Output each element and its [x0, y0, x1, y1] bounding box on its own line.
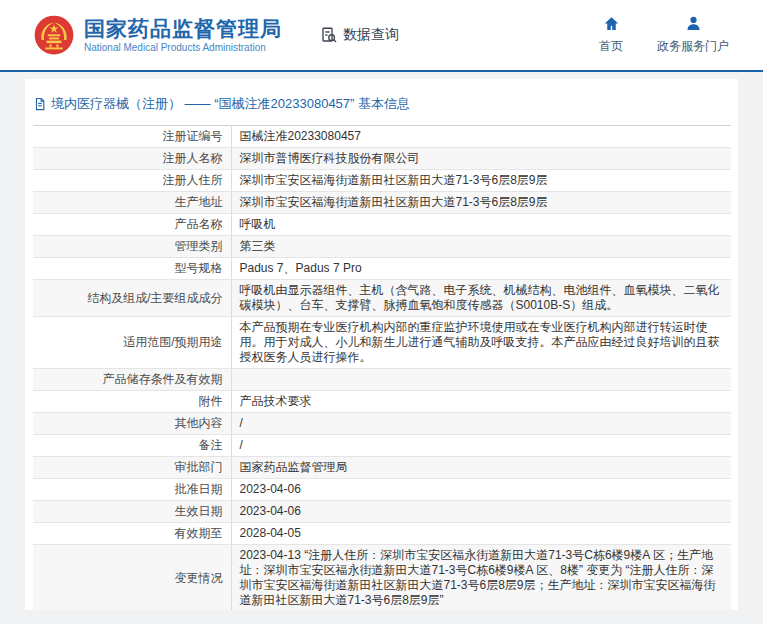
row-label: 生产地址	[33, 192, 231, 214]
table-row: 型号规格Padus 7、Padus 7 Pro	[33, 258, 731, 280]
row-value: /	[231, 413, 731, 435]
row-value: /	[231, 435, 731, 457]
table-row: 有效期至2028-04-05	[33, 523, 731, 545]
info-table: 注册证编号国械注准20233080457注册人名称深圳市普博医疗科技股份有限公司…	[33, 125, 731, 610]
row-label: 型号规格	[33, 258, 231, 280]
row-value: 2023-04-13 “注册人住所：深圳市宝安区福永街道新田大道71-3号C栋6…	[231, 545, 731, 611]
row-label: 适用范围/预期用途	[33, 317, 231, 369]
table-row: 管理类别第三类	[33, 236, 731, 258]
agency-name: 国家药品监督管理局	[84, 17, 282, 40]
row-label: 管理类别	[33, 236, 231, 258]
row-label: 批准日期	[33, 479, 231, 501]
brand: 国家药品监督管理局 National Medical Products Admi…	[34, 15, 282, 55]
table-row: 结构及组成/主要组成成分呼吸机由显示器组件、主机（含气路、电子系统、机械结构、电…	[33, 280, 731, 317]
table-row: 产品名称呼吸机	[33, 214, 731, 236]
nav-home[interactable]: 首页	[599, 15, 623, 55]
table-row: 变更情况2023-04-13 “注册人住所：深圳市宝安区福永街道新田大道71-3…	[33, 545, 731, 611]
table-row: 注册人住所深圳市宝安区福海街道新田社区新田大道71-3号6层8层9层	[33, 170, 731, 192]
table-row: 批准日期2023-04-06	[33, 479, 731, 501]
page-title: 境内医疗器械（注册） —— “国械注准20233080457” 基本信息	[33, 93, 731, 125]
row-value: 2023-04-06	[231, 479, 731, 501]
national-emblem-logo	[34, 15, 74, 55]
row-value: 2028-04-05	[231, 523, 731, 545]
table-row: 备注/	[33, 435, 731, 457]
nav-portal[interactable]: 政务服务门户	[657, 15, 729, 55]
row-value: 呼吸机由显示器组件、主机（含气路、电子系统、机械结构、电池组件、血氧模块、二氧化…	[231, 280, 731, 317]
row-label: 变更情况	[33, 545, 231, 611]
table-row: 生产地址深圳市宝安区福海街道新田社区新田大道71-3号6层8层9层	[33, 192, 731, 214]
row-label: 注册人住所	[33, 170, 231, 192]
row-value: 深圳市普博医疗科技股份有限公司	[231, 148, 731, 170]
row-label: 审批部门	[33, 457, 231, 479]
row-label: 附件	[33, 391, 231, 413]
agency-name-en: National Medical Products Administration	[84, 42, 282, 53]
data-query-label: 数据查询	[343, 26, 399, 44]
top-nav: 首页 政务服务门户	[599, 15, 735, 55]
table-row: 附件产品技术要求	[33, 391, 731, 413]
row-value	[231, 369, 731, 391]
row-value: 2023-04-06	[231, 501, 731, 523]
row-value: 国械注准20233080457	[231, 126, 731, 148]
data-query-button[interactable]: 数据查询	[320, 26, 399, 44]
row-label: 有效期至	[33, 523, 231, 545]
row-value: 第三类	[231, 236, 731, 258]
row-label: 产品储存条件及有效期	[33, 369, 231, 391]
user-icon	[685, 15, 702, 35]
row-value: 国家药品监督管理局	[231, 457, 731, 479]
row-label: 生效日期	[33, 501, 231, 523]
content-area: 境内医疗器械（注册） —— “国械注准20233080457” 基本信息 注册证…	[0, 72, 763, 624]
row-value: 深圳市宝安区福海街道新田社区新田大道71-3号6层8层9层	[231, 192, 731, 214]
site-header: 国家药品监督管理局 National Medical Products Admi…	[0, 0, 763, 72]
row-value: 本产品预期在专业医疗机构内部的重症监护环境使用或在专业医疗机构内部进行转运时使用…	[231, 317, 731, 369]
nav-home-label: 首页	[599, 38, 623, 55]
document-icon	[33, 97, 47, 111]
table-row: 注册人名称深圳市普博医疗科技股份有限公司	[33, 148, 731, 170]
row-label: 注册人名称	[33, 148, 231, 170]
row-value: Padus 7、Padus 7 Pro	[231, 258, 731, 280]
row-value: 深圳市宝安区福海街道新田社区新田大道71-3号6层8层9层	[231, 170, 731, 192]
row-label: 产品名称	[33, 214, 231, 236]
row-label: 备注	[33, 435, 231, 457]
nav-portal-label: 政务服务门户	[657, 38, 729, 55]
row-value: 呼吸机	[231, 214, 731, 236]
table-row: 审批部门国家药品监督管理局	[33, 457, 731, 479]
table-row: 产品储存条件及有效期	[33, 369, 731, 391]
main-panel: 境内医疗器械（注册） —— “国械注准20233080457” 基本信息 注册证…	[25, 79, 738, 610]
table-row: 其他内容/	[33, 413, 731, 435]
brand-text: 国家药品监督管理局 National Medical Products Admi…	[84, 17, 282, 53]
table-row: 适用范围/预期用途本产品预期在专业医疗机构内部的重症监护环境使用或在专业医疗机构…	[33, 317, 731, 369]
table-row: 生效日期2023-04-06	[33, 501, 731, 523]
table-row: 注册证编号国械注准20233080457	[33, 126, 731, 148]
page-title-text: 境内医疗器械（注册） —— “国械注准20233080457” 基本信息	[51, 95, 410, 113]
row-value: 产品技术要求	[231, 391, 731, 413]
doc-search-icon	[320, 26, 338, 44]
row-label: 其他内容	[33, 413, 231, 435]
row-label: 结构及组成/主要组成成分	[33, 280, 231, 317]
row-label: 注册证编号	[33, 126, 231, 148]
info-table-body: 注册证编号国械注准20233080457注册人名称深圳市普博医疗科技股份有限公司…	[33, 126, 731, 611]
home-icon	[603, 15, 620, 35]
